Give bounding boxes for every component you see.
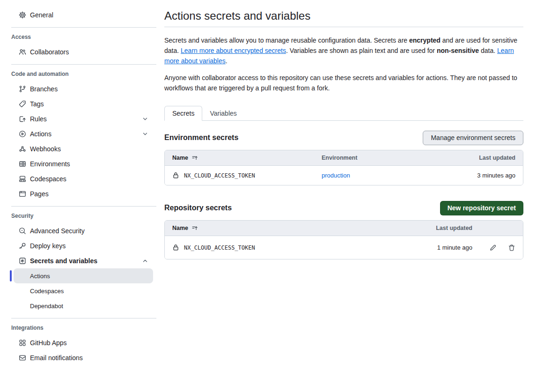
sort-ascending-icon: [191, 225, 198, 231]
table-row: NX_CLOUD_ACCESS_TOKEN 1 minute ago: [165, 236, 523, 259]
sidebar-item-label: Codespaces: [30, 288, 64, 295]
rules-icon: [19, 115, 26, 123]
new-repository-secret-button[interactable]: New repository secret: [440, 201, 523, 215]
divider: [11, 64, 156, 65]
lock-icon: [172, 244, 179, 251]
intro-paragraph: Secrets and variables allow you to manag…: [164, 35, 523, 66]
environment-secrets-heading: Environment secrets: [164, 133, 238, 142]
sidebar-item-tags[interactable]: Tags: [0, 96, 157, 111]
sidebar-item-pages[interactable]: Pages: [0, 186, 157, 201]
asterisk-box-icon: [19, 257, 26, 265]
sidebar-item-github-apps[interactable]: GitHub Apps: [0, 335, 157, 350]
mail-icon: [19, 354, 26, 362]
secret-name: NX_CLOUD_ACCESS_TOKEN: [184, 172, 255, 179]
sidebar-item-rules[interactable]: Rules: [0, 111, 157, 126]
sidebar-item-label: Dependabot: [30, 303, 63, 310]
text-emphasis: encrypted: [409, 37, 441, 44]
sidebar-item-label: Webhooks: [30, 145, 61, 153]
environment-secrets-table: Name Environment Last updated NX_CLOUD_A…: [164, 150, 523, 185]
text-segment: Secrets and variables allow you to manag…: [164, 37, 409, 44]
webhook-icon: [19, 145, 26, 153]
sidebar-item-label: Deploy keys: [30, 242, 66, 250]
server-icon: [19, 160, 26, 168]
divider: [11, 318, 156, 318]
tab-variables[interactable]: Variables: [202, 106, 244, 120]
sidebar-item-codespaces[interactable]: Codespaces: [0, 171, 157, 186]
codescan-icon: [19, 227, 26, 235]
settings-sidebar: General Access Collaborators Code and au…: [0, 0, 157, 365]
column-header-environment: Environment: [322, 155, 479, 161]
table-header-row: Name Last updated: [165, 221, 523, 236]
link-learn-encrypted-secrets[interactable]: Learn more about encrypted secrets: [181, 47, 286, 54]
main-content: Actions secrets and variables Secrets an…: [164, 0, 523, 365]
sidebar-item-label: Rules: [30, 115, 47, 123]
sidebar-item-label: Actions: [30, 273, 50, 280]
sidebar-item-advanced-security[interactable]: Advanced Security: [0, 223, 157, 238]
sidebar-item-label: Advanced Security: [30, 227, 85, 235]
tab-secrets[interactable]: Secrets: [164, 106, 202, 121]
manage-environment-secrets-button[interactable]: Manage environment secrets: [423, 131, 523, 145]
sidebar-item-deploy-keys[interactable]: Deploy keys: [0, 238, 157, 253]
divider: [11, 27, 156, 28]
sidebar-item-label: Codespaces: [30, 175, 66, 183]
column-label: Name: [172, 155, 188, 161]
sidebar-item-actions[interactable]: Actions: [0, 126, 157, 141]
table-header-row: Name Environment Last updated: [165, 150, 523, 166]
secret-name-cell: NX_CLOUD_ACCESS_TOKEN: [172, 172, 322, 179]
browser-icon: [19, 190, 26, 198]
table-row: NX_CLOUD_ACCESS_TOKEN production 3 minut…: [165, 166, 523, 185]
last-updated-value: 3 minutes ago: [477, 172, 515, 179]
repository-secrets-table: Name Last updated NX_CLOUD_ACCESS_TOKEN …: [164, 220, 523, 259]
sidebar-item-email-notifications[interactable]: Email notifications: [0, 350, 157, 365]
text-segment: . Variables are shown as plain text and …: [286, 47, 437, 54]
sidebar-item-environments[interactable]: Environments: [0, 156, 157, 171]
sidebar-item-label: General: [30, 11, 53, 19]
last-updated-value: 1 minute ago: [437, 244, 472, 251]
sidebar-subitem-actions[interactable]: Actions: [14, 268, 153, 283]
section-label-security: Security: [0, 213, 157, 219]
sidebar-item-label: Environments: [30, 160, 70, 168]
repository-secrets-heading: Repository secrets: [164, 204, 232, 212]
sidebar-item-webhooks[interactable]: Webhooks: [0, 141, 157, 156]
git-branch-icon: [19, 85, 26, 93]
text-emphasis: non-sensitive: [437, 47, 479, 54]
key-icon: [19, 242, 26, 250]
environment-cell: production: [322, 172, 477, 179]
sidebar-item-secrets-and-variables[interactable]: Secrets and variables: [0, 253, 157, 268]
codespaces-icon: [19, 175, 26, 183]
sidebar-item-branches[interactable]: Branches: [0, 81, 157, 96]
trash-icon[interactable]: [508, 244, 515, 251]
sidebar-subitem-codespaces[interactable]: Codespaces: [14, 283, 153, 298]
pencil-icon[interactable]: [489, 244, 497, 251]
collaborator-access-paragraph: Anyone with collaborator access to this …: [164, 73, 523, 93]
column-header-name[interactable]: Name: [172, 225, 436, 231]
column-header-name[interactable]: Name: [172, 155, 322, 161]
sidebar-subitem-dependabot[interactable]: Dependabot: [14, 298, 153, 313]
secret-name-cell: NX_CLOUD_ACCESS_TOKEN: [172, 244, 437, 251]
chevron-down-icon: [142, 131, 148, 137]
sidebar-item-label: Secrets and variables: [30, 257, 97, 265]
text-segment: data.: [479, 47, 497, 54]
sidebar-item-label: Branches: [30, 85, 58, 93]
sidebar-item-label: Tags: [30, 100, 44, 108]
secret-name: NX_CLOUD_ACCESS_TOKEN: [184, 244, 255, 251]
play-circle-icon: [19, 130, 26, 138]
sidebar-item-label: GitHub Apps: [30, 339, 67, 347]
sidebar-item-label: Email notifications: [30, 354, 83, 362]
secrets-variables-tabnav: Secrets Variables: [164, 106, 523, 121]
row-actions: [472, 244, 515, 251]
sidebar-item-general[interactable]: General: [0, 7, 157, 22]
section-label-integrations: Integrations: [0, 325, 157, 331]
page-title: Actions secrets and variables: [164, 9, 523, 22]
sidebar-item-collaborators[interactable]: Collaborators: [0, 44, 157, 59]
environment-link[interactable]: production: [322, 172, 350, 179]
environment-secrets-header: Environment secrets Manage environment s…: [164, 130, 523, 145]
chevron-down-icon: [142, 116, 148, 122]
repository-secrets-header: Repository secrets New repository secret: [164, 200, 523, 215]
column-header-last-updated: Last updated: [436, 225, 472, 231]
text-segment: .: [226, 57, 228, 65]
column-header-last-updated: Last updated: [479, 155, 515, 161]
column-label: Name: [172, 225, 188, 231]
tag-icon: [19, 100, 26, 108]
chevron-up-icon: [142, 258, 148, 264]
